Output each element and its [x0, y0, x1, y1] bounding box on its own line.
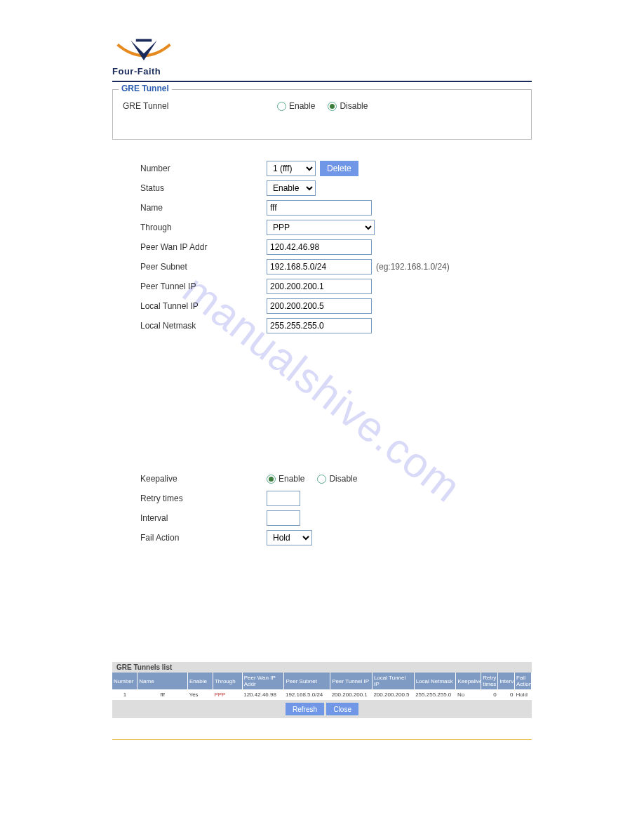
td-retry: 0	[481, 689, 498, 700]
local-netmask-input[interactable]	[267, 318, 372, 333]
td-peer-subnet: 192.168.5.0/24	[284, 689, 330, 700]
table-header-row: Number Name Enable Through Peer Wan IP A…	[112, 673, 532, 689]
keepalive-enable-text: Enable	[279, 474, 304, 484]
th-name: Name	[137, 673, 188, 689]
local-tunnel-input[interactable]	[267, 298, 372, 314]
peer-wan-label: Peer Wan IP Addr	[140, 242, 267, 252]
refresh-button[interactable]: Refresh	[286, 703, 324, 715]
radio-icon	[277, 102, 286, 111]
bottom-divider	[112, 739, 532, 740]
table-row[interactable]: 1 fff Yes PPP 120.42.46.98 192.168.5.0/2…	[112, 689, 532, 700]
radio-icon	[317, 475, 326, 484]
peer-subnet-hint: (eg:192.168.1.0/24)	[376, 262, 450, 272]
brand-logo: Four-Faith	[112, 35, 532, 77]
radio-icon	[328, 102, 337, 111]
peer-wan-input[interactable]	[267, 239, 372, 255]
td-enable: Yes	[188, 689, 213, 700]
td-through: PPP	[213, 689, 242, 700]
local-netmask-label: Local Netmask	[140, 321, 267, 331]
td-name: fff	[137, 689, 188, 700]
gre-tunnel-fieldset: GRE Tunnel GRE Tunnel Enable Disable	[112, 89, 532, 140]
gre-enable-radio[interactable]: Enable	[277, 101, 315, 111]
number-select[interactable]: 1 (fff)	[267, 161, 316, 176]
th-fail: Fail Action	[515, 673, 532, 689]
td-fail: Hold	[515, 689, 532, 700]
td-peer-wan: 120.42.46.98	[242, 689, 284, 700]
status-select[interactable]: Enable	[267, 180, 316, 196]
th-retry: Retry times	[481, 673, 498, 689]
brand-name: Four-Faith	[112, 66, 532, 77]
interval-input[interactable]	[267, 510, 300, 526]
fail-action-label: Fail Action	[140, 533, 267, 543]
td-local-tunnel: 200.200.200.5	[372, 689, 414, 700]
number-label: Number	[140, 164, 267, 173]
status-label: Status	[140, 183, 267, 193]
four-faith-logo-icon	[112, 35, 175, 67]
th-interval: Interval	[498, 673, 515, 689]
th-keepalive: Keepalive	[456, 673, 481, 689]
through-select[interactable]: PPP	[267, 220, 375, 235]
peer-subnet-input[interactable]	[267, 259, 372, 274]
peer-subnet-label: Peer Subnet	[140, 262, 267, 272]
td-local-netmask: 255.255.255.0	[414, 689, 456, 700]
th-peer-subnet: Peer Subnet	[284, 673, 330, 689]
retry-times-label: Retry times	[140, 494, 267, 503]
peer-tunnel-input[interactable]	[267, 279, 372, 294]
fail-action-select[interactable]: Hold	[267, 530, 312, 545]
through-label: Through	[140, 223, 267, 232]
gre-enable-text: Enable	[289, 101, 315, 111]
th-peer-tunnel: Peer Tunnel IP	[330, 673, 373, 689]
radio-icon	[267, 475, 276, 484]
keepalive-label: Keepalive	[140, 474, 267, 484]
tunnels-list-title: GRE Tunnels list	[112, 662, 532, 673]
gre-tunnel-label: GRE Tunnel	[123, 101, 277, 111]
interval-label: Interval	[140, 513, 267, 523]
gre-tunnel-legend: GRE Tunnel	[119, 84, 172, 93]
th-peer-wan: Peer Wan IP Addr	[242, 673, 284, 689]
tunnels-table: Number Name Enable Through Peer Wan IP A…	[112, 673, 532, 700]
keepalive-disable-radio[interactable]: Disable	[317, 474, 357, 484]
name-label: Name	[140, 203, 267, 213]
keepalive-disable-text: Disable	[329, 474, 357, 484]
gre-disable-radio[interactable]: Disable	[328, 101, 368, 111]
close-button[interactable]: Close	[326, 703, 358, 715]
delete-button[interactable]: Delete	[320, 161, 358, 176]
th-number: Number	[112, 673, 137, 689]
td-interval: 0	[498, 689, 515, 700]
td-peer-tunnel: 200.200.200.1	[330, 689, 373, 700]
retry-times-input[interactable]	[267, 491, 300, 506]
local-tunnel-label: Local Tunnel IP	[140, 301, 267, 311]
td-number: 1	[112, 689, 137, 700]
peer-tunnel-label: Peer Tunnel IP	[140, 282, 267, 291]
th-enable: Enable	[188, 673, 213, 689]
name-input[interactable]	[267, 200, 372, 216]
td-keepalive: No	[456, 689, 481, 700]
keepalive-enable-radio[interactable]: Enable	[267, 474, 304, 484]
top-divider	[112, 81, 532, 82]
th-through: Through	[213, 673, 242, 689]
th-local-netmask: Local Netmask	[414, 673, 456, 689]
th-local-tunnel: Local Tunnel IP	[372, 673, 414, 689]
gre-disable-text: Disable	[340, 101, 368, 111]
